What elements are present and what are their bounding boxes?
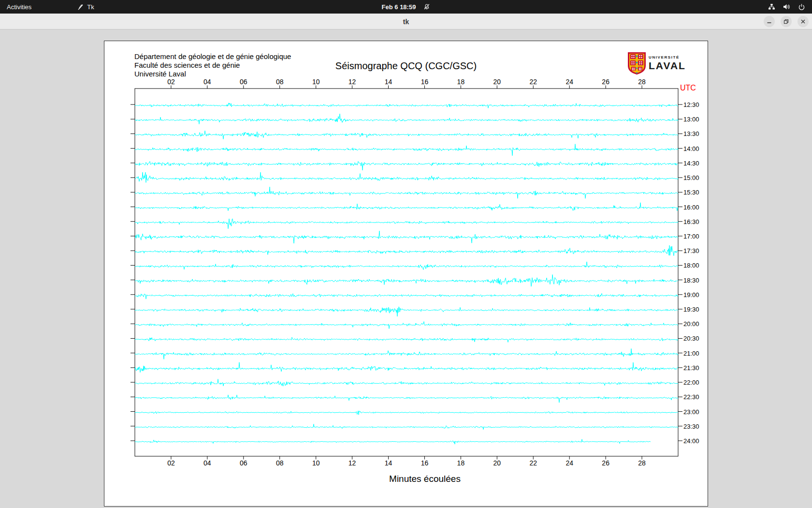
x-tick-label-top: 12 — [348, 78, 356, 86]
trace-row-21:00 — [135, 349, 678, 359]
trace-row-16:30 — [135, 219, 678, 229]
trace-row-16:00 — [135, 203, 678, 211]
utc-time-label: 22:30 — [683, 393, 699, 401]
trace-row-15:00 — [135, 172, 678, 182]
seismograph-canvas: Département de géologie et de génie géol… — [104, 41, 708, 507]
x-tick-label-bottom: 18 — [457, 459, 465, 467]
x-tick-label-top: 10 — [312, 78, 320, 86]
utc-time-label: 14:00 — [683, 145, 699, 152]
utc-time-label: 18:30 — [683, 277, 699, 284]
x-tick-label-top: 14 — [385, 78, 392, 86]
trace-row-15:30 — [135, 187, 678, 198]
power-icon[interactable] — [798, 3, 805, 11]
x-tick-label-bottom: 04 — [203, 459, 211, 467]
utc-time-label: 23:00 — [683, 408, 699, 416]
trace-row-13:00 — [135, 114, 678, 124]
trace-row-18:30 — [135, 275, 678, 287]
x-tick-label-bottom: 10 — [312, 459, 320, 467]
utc-time-label: 22:00 — [683, 379, 699, 386]
trace-row-12:30 — [135, 103, 678, 108]
utc-time-label: 16:00 — [683, 204, 699, 211]
plot-frame — [135, 89, 678, 456]
x-axis-label: Minutes écoulées — [135, 474, 715, 484]
utc-time-label: 15:00 — [683, 174, 699, 181]
utc-time-label: 23:30 — [683, 423, 699, 430]
clock[interactable]: Feb 6 18:59 — [382, 3, 416, 11]
utc-time-label: 19:00 — [683, 291, 699, 299]
x-tick-label-bottom: 06 — [240, 459, 247, 467]
helicorder-plot: 0202040406060808101012121414161618182020… — [104, 41, 709, 506]
utc-time-label: 21:00 — [683, 350, 699, 357]
x-tick-label-bottom: 26 — [602, 459, 609, 467]
utc-time-label: 17:30 — [683, 247, 699, 254]
x-tick-label-top: 28 — [638, 78, 646, 86]
utc-time-label: 17:00 — [683, 233, 699, 240]
x-tick-label-top: 08 — [276, 78, 284, 86]
tk-window-body: Département de géologie et de génie géol… — [0, 30, 812, 508]
x-tick-label-bottom: 12 — [348, 459, 356, 467]
restore-button[interactable] — [781, 16, 792, 27]
x-tick-label-top: 18 — [457, 78, 465, 86]
trace-row-23:00 — [135, 411, 678, 415]
trace-row-20:30 — [135, 337, 678, 342]
notifications-muted-icon[interactable] — [423, 3, 430, 10]
trace-row-17:00 — [135, 231, 678, 243]
x-tick-label-top: 22 — [529, 78, 537, 86]
trace-row-13:30 — [135, 131, 678, 139]
trace-row-19:30 — [135, 307, 678, 316]
x-tick-label-bottom: 24 — [566, 459, 573, 467]
x-tick-label-top: 20 — [493, 78, 501, 86]
network-wired-icon[interactable] — [768, 3, 775, 10]
x-tick-label-bottom: 20 — [493, 459, 501, 467]
trace-row-14:30 — [135, 162, 678, 170]
trace-row-23:30 — [135, 424, 678, 430]
x-tick-label-bottom: 02 — [167, 459, 175, 467]
x-tick-label-top: 24 — [566, 78, 573, 86]
utc-time-label: 12:30 — [683, 101, 699, 108]
x-tick-label-bottom: 14 — [385, 459, 392, 467]
x-tick-label-bottom: 08 — [276, 459, 284, 467]
desktop: Activities Tk Feb 6 18:59 — [0, 0, 812, 508]
trace-row-21:30 — [135, 362, 678, 373]
x-tick-label-top: 04 — [203, 78, 211, 86]
x-tick-label-top: 26 — [602, 78, 609, 86]
trace-row-19:00 — [135, 294, 678, 299]
utc-time-label: 15:30 — [683, 189, 699, 196]
close-button[interactable] — [798, 16, 809, 27]
trace-row-22:00 — [135, 379, 678, 387]
utc-time-label: 21:30 — [683, 364, 699, 372]
minimize-button[interactable] — [764, 16, 775, 27]
utc-time-label: 19:30 — [683, 306, 699, 313]
trace-row-17:30 — [135, 245, 678, 255]
trace-row-24:00 — [135, 439, 651, 444]
utc-time-label: 14:30 — [683, 160, 699, 167]
utc-time-label: 13:30 — [683, 130, 699, 137]
trace-row-20:00 — [135, 322, 678, 329]
utc-time-label: 20:00 — [683, 320, 699, 328]
x-tick-label-top: 02 — [167, 78, 175, 86]
x-tick-label-bottom: 16 — [421, 459, 429, 467]
utc-time-label: 18:00 — [683, 262, 699, 269]
utc-time-label: 16:30 — [683, 218, 699, 225]
x-tick-label-top: 06 — [240, 78, 247, 86]
trace-row-22:30 — [135, 395, 678, 403]
trace-row-18:00 — [135, 262, 678, 269]
window-title: tk — [0, 14, 812, 30]
utc-time-label: 13:00 — [683, 116, 699, 123]
gnome-top-bar: Activities Tk Feb 6 18:59 — [0, 0, 812, 14]
x-tick-label-top: 16 — [421, 78, 429, 86]
x-tick-label-bottom: 22 — [529, 459, 537, 467]
utc-time-label: 20:30 — [683, 335, 699, 342]
volume-icon[interactable] — [783, 3, 790, 10]
window-titlebar[interactable]: tk — [0, 14, 812, 30]
x-tick-label-bottom: 28 — [638, 459, 646, 467]
utc-time-label: 24:00 — [683, 437, 699, 445]
trace-row-14:00 — [135, 144, 678, 156]
